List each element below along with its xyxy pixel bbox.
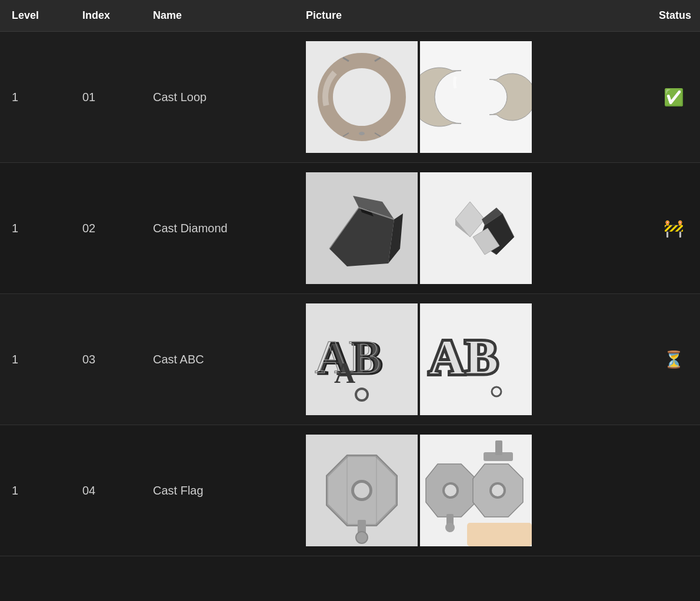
table-row: 1 04 Cast Flag [0, 425, 700, 556]
puzzle-image-abc-assembled: AB AB A [306, 303, 418, 415]
svg-point-37 [356, 532, 368, 543]
status-icon-hourglass: ⏳ [664, 350, 684, 369]
puzzle-image-loop-disassembled [420, 41, 532, 153]
puzzle-image-diamond-disassembled [420, 172, 532, 284]
cell-picture [294, 425, 647, 556]
cell-name: Cast Diamond [141, 163, 294, 294]
cell-status: ⏳ [647, 294, 700, 425]
puzzle-table: Level Index Name Picture Status 1 01 Cas… [0, 0, 700, 556]
cell-name: Cast ABC [141, 294, 294, 425]
cell-status: ✅ [647, 32, 700, 163]
cell-status: 🚧 [647, 163, 700, 294]
puzzle-image-flag-disassembled [420, 435, 532, 546]
table-row: 1 01 Cast Loop [0, 32, 700, 163]
cell-picture: AB AB A AB AB [294, 294, 647, 425]
col-header-status: Status [647, 0, 700, 32]
puzzle-image-flag-assembled [306, 435, 418, 546]
cell-level: 1 [0, 294, 71, 425]
cell-level: 1 [0, 163, 71, 294]
svg-point-7 [359, 132, 365, 135]
puzzle-image-loop-assembled [306, 41, 418, 153]
col-header-picture: Picture [294, 0, 647, 32]
cell-index: 01 [71, 32, 141, 163]
col-header-level: Level [0, 0, 71, 32]
cell-name: Cast Loop [141, 32, 294, 163]
svg-text:AB: AB [429, 329, 498, 385]
puzzle-image-diamond-assembled [306, 172, 418, 284]
col-header-name: Name [141, 0, 294, 32]
svg-text:A: A [334, 356, 355, 389]
status-icon-completed: ✅ [664, 88, 684, 107]
table-row: 1 02 Cast Diamond [0, 163, 700, 294]
table-row: 1 03 Cast ABC AB AB A [0, 294, 700, 425]
cell-index: 03 [71, 294, 141, 425]
svg-point-48 [492, 485, 504, 496]
svg-point-35 [354, 483, 369, 498]
cell-status [647, 425, 700, 556]
cell-index: 02 [71, 163, 141, 294]
svg-point-43 [445, 485, 456, 496]
cell-index: 04 [71, 425, 141, 556]
col-header-index: Index [71, 0, 141, 32]
cell-picture [294, 32, 647, 163]
cell-level: 1 [0, 32, 71, 163]
puzzle-image-abc-disassembled: AB AB [420, 303, 532, 415]
main-table-wrapper: Level Index Name Picture Status 1 01 Cas… [0, 0, 700, 556]
cell-name: Cast Flag [141, 425, 294, 556]
table-header-row: Level Index Name Picture Status [0, 0, 700, 32]
cell-picture [294, 163, 647, 294]
svg-point-45 [445, 523, 455, 532]
svg-rect-50 [495, 440, 502, 455]
status-icon-construction: 🚧 [664, 219, 684, 238]
cell-level: 1 [0, 425, 71, 556]
svg-rect-51 [467, 523, 532, 546]
